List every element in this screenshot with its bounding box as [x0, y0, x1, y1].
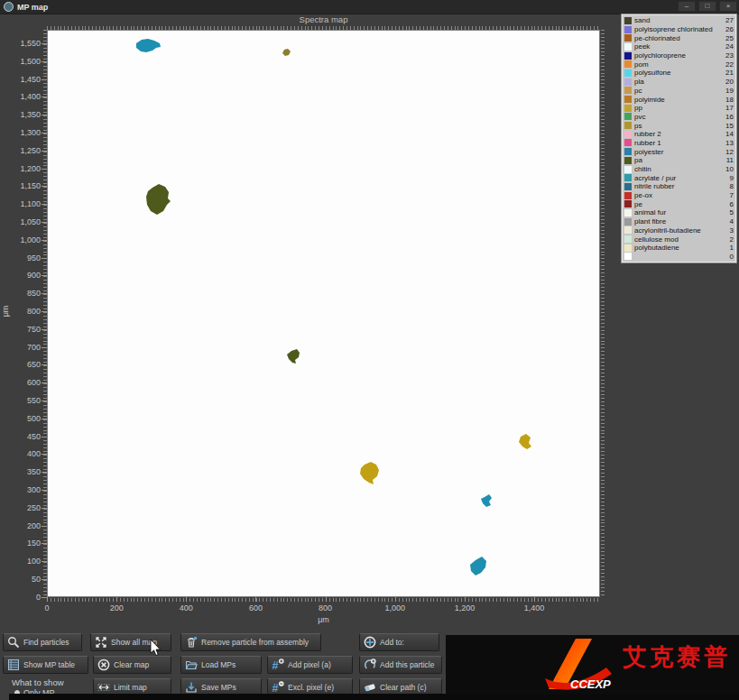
add-pixel-a-button[interactable]: #Add pixel (a)	[267, 656, 353, 674]
legend-row: plant fibre4	[623, 217, 735, 226]
hash-plus-icon: #	[272, 659, 284, 671]
particle-blob[interactable]	[136, 39, 161, 52]
y-major-tick	[42, 61, 47, 62]
y-major-tick	[42, 454, 47, 455]
x-tick-label: 600	[236, 603, 275, 612]
toolbar-button-label: Excl. pixel (e)	[288, 683, 334, 692]
legend-value: 25	[725, 34, 734, 42]
particle-blob[interactable]	[360, 462, 379, 484]
y-major-tick	[42, 526, 47, 527]
y-tick-label: 400	[0, 449, 41, 458]
legend-value: 1	[730, 244, 734, 252]
y-major-tick	[42, 275, 47, 276]
y-major-tick	[42, 115, 47, 115]
legend-row: rubber 113	[623, 139, 735, 148]
legend-swatch-icon	[624, 26, 632, 33]
particles-layer	[48, 31, 599, 596]
app-icon	[4, 2, 14, 12]
y-major-tick	[42, 258, 47, 259]
legend-label: cellulose mod	[634, 235, 730, 244]
hash-minus-icon: #	[272, 681, 284, 694]
x-axis-title: μm	[47, 615, 600, 624]
legend-swatch-icon	[624, 235, 632, 243]
y-tick-label: 450	[0, 432, 41, 441]
toolbar-button-label: Save MPs	[201, 683, 236, 692]
legend-label: polyimide	[634, 96, 725, 104]
legend-row: pc19	[623, 87, 735, 96]
x-major-tick	[326, 597, 327, 602]
find-particles-button[interactable]: Find particles	[3, 633, 82, 651]
legend-swatch-icon	[624, 157, 632, 164]
x-tick-label: 1,000	[375, 603, 415, 612]
y-tick-label: 150	[0, 539, 41, 548]
legend-label: acrylonitril-butadiene	[634, 226, 730, 235]
legend-swatch-icon	[624, 218, 632, 226]
legend-row: pvc16	[623, 113, 735, 122]
legend-value: 13	[725, 139, 734, 147]
save-icon	[185, 681, 198, 694]
legend-row: ps15	[623, 121, 735, 130]
legend-row: pom22	[623, 60, 735, 69]
particle-blob[interactable]	[287, 349, 300, 364]
y-major-tick	[42, 364, 47, 365]
y-tick-label: 1,350	[0, 110, 41, 119]
toolbar-button-label: Add this particle	[380, 660, 434, 669]
y-tick-label: 100	[0, 557, 41, 566]
legend-value: 5	[730, 208, 734, 216]
legend: sand27polyisoprene chlorinated26pe-chlor…	[621, 14, 737, 263]
legend-swatch-icon	[624, 17, 632, 24]
toolbar-button-label: Add pixel (a)	[288, 660, 331, 669]
legend-swatch-icon	[624, 34, 632, 41]
y-tick-label: 200	[0, 521, 41, 530]
y-tick-label: 500	[0, 414, 41, 423]
legend-value: 11	[726, 156, 734, 164]
legend-value: 17	[725, 104, 734, 112]
x-major-tick	[534, 597, 535, 602]
legend-swatch-icon	[624, 105, 632, 112]
legend-label: pc	[634, 87, 725, 95]
window-controls: –□×	[678, 1, 737, 12]
toolbar-button-label: Load MPs	[201, 660, 236, 669]
legend-value: 15	[725, 122, 734, 130]
maximize-button[interactable]: □	[698, 1, 716, 12]
watermark-cjk-text: 艾克赛普	[623, 641, 731, 673]
particle-blob[interactable]	[282, 49, 291, 56]
legend-swatch-icon	[624, 139, 632, 146]
add-to-button[interactable]: Add to:	[359, 633, 439, 651]
legend-row: polybutadiene1	[623, 244, 735, 253]
y-tick-label: 300	[0, 485, 41, 494]
legend-label: plant fibre	[634, 217, 730, 226]
legend-label: acrylate / pur	[634, 174, 730, 182]
add-this-particle-button[interactable]: Add this particle	[359, 656, 442, 674]
legend-label: pvc	[634, 113, 725, 121]
y-tick-label: 1,400	[0, 92, 41, 101]
legend-value: 3	[730, 226, 734, 235]
remove-particle-from-assembly-button[interactable]: Remove particle from assembly	[180, 633, 321, 651]
particle-blob[interactable]	[481, 494, 492, 507]
legend-swatch-icon	[624, 226, 632, 234]
y-tick-label: 950	[0, 253, 41, 262]
load-mps-button[interactable]: Load MPs	[180, 656, 262, 674]
minimize-button[interactable]: –	[678, 1, 696, 12]
particle-blob[interactable]	[519, 434, 531, 449]
legend-value: 8	[730, 182, 734, 190]
show-mp-table-button[interactable]: Show MP table	[3, 656, 88, 674]
trash-icon	[185, 636, 198, 649]
legend-swatch-icon	[624, 209, 632, 216]
legend-label: pla	[634, 78, 725, 86]
legend-label: ps	[634, 122, 725, 130]
spectra-map-plot[interactable]	[47, 30, 600, 597]
y-major-tick	[42, 133, 47, 134]
x-tick-label: 400	[166, 603, 206, 612]
legend-swatch-icon	[624, 87, 632, 94]
legend-swatch-icon	[624, 192, 632, 199]
particle-blob[interactable]	[470, 557, 486, 576]
y-tick-label: 750	[0, 325, 41, 334]
y-major-tick	[42, 472, 47, 473]
close-button[interactable]: ×	[719, 1, 737, 12]
particle-blob[interactable]	[146, 184, 171, 215]
legend-row: polychloroprene23	[623, 51, 735, 60]
legend-row: polyester12	[623, 147, 735, 156]
clear-map-button[interactable]: Clear map	[93, 656, 171, 674]
target-add-icon	[364, 636, 376, 649]
